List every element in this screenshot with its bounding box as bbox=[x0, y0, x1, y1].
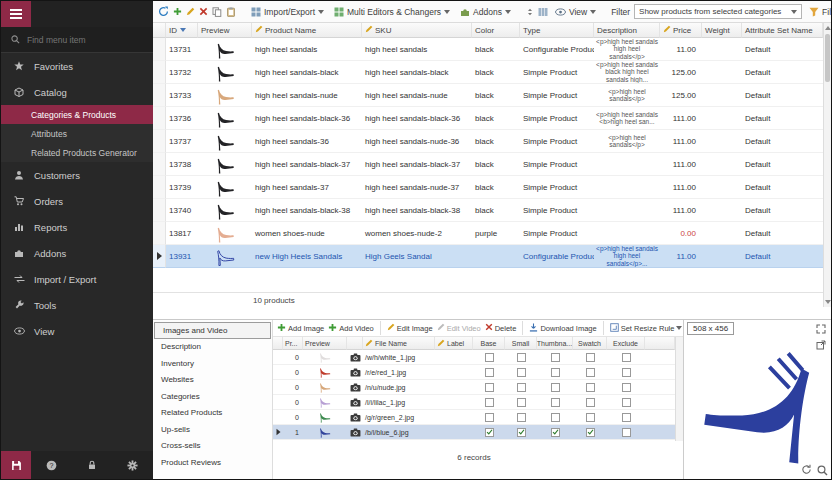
product-row[interactable]: 13738high heel sandals-black-37high heel… bbox=[153, 153, 823, 176]
images-column-header-position[interactable]: Pr... bbox=[283, 337, 303, 350]
paste-button[interactable] bbox=[226, 4, 236, 20]
product-row[interactable]: 13737high heel sandals-36high heel sanda… bbox=[153, 130, 823, 153]
product-row[interactable]: 13739high heel sandals-37high heel sanda… bbox=[153, 176, 823, 199]
swatch-checkbox[interactable] bbox=[586, 398, 595, 407]
base-checkbox[interactable] bbox=[485, 428, 494, 437]
help-button[interactable]: ? bbox=[31, 451, 72, 479]
image-row[interactable]: 0/g/r/green_2.jpg bbox=[273, 410, 675, 425]
small-checkbox[interactable] bbox=[517, 428, 526, 437]
detail-tab-up-sells[interactable]: Up-sells bbox=[153, 421, 272, 438]
column-header-color[interactable]: Color bbox=[472, 23, 520, 38]
base-checkbox[interactable] bbox=[485, 413, 494, 422]
thumbnail-checkbox[interactable] bbox=[551, 428, 560, 437]
edit-product-button[interactable] bbox=[186, 4, 195, 20]
settings-button[interactable] bbox=[112, 451, 153, 479]
add-image-button[interactable]: Add Image bbox=[277, 323, 324, 334]
delete-product-button[interactable] bbox=[199, 4, 208, 20]
small-checkbox[interactable] bbox=[517, 353, 526, 362]
swatch-checkbox[interactable] bbox=[586, 368, 595, 377]
refresh-button[interactable] bbox=[158, 4, 169, 20]
column-header-attribute_set[interactable]: Attribute Set Name bbox=[742, 23, 823, 38]
detail-tab-images-and-video[interactable]: Images and Video bbox=[154, 322, 271, 339]
add-product-button[interactable] bbox=[173, 4, 182, 20]
add-video-button[interactable]: Add Video bbox=[328, 323, 373, 334]
product-row[interactable]: 13740high heel sandals-black-38high heel… bbox=[153, 199, 823, 222]
small-checkbox[interactable] bbox=[517, 413, 526, 422]
set-resize-rule-button[interactable]: Set Resize Rule bbox=[610, 323, 683, 334]
thumbnail-checkbox[interactable] bbox=[551, 413, 560, 422]
images-column-header-base[interactable]: Base bbox=[473, 337, 505, 350]
image-row[interactable]: 0/n/u/nude.jpg bbox=[273, 380, 675, 395]
images-column-header-camera[interactable] bbox=[347, 337, 363, 350]
images-column-header-exclude[interactable]: Exclude bbox=[607, 337, 645, 350]
scroll-down-icon[interactable] bbox=[825, 300, 831, 304]
sidebar-item-attributes[interactable]: Attributes bbox=[1, 124, 153, 143]
column-header-type[interactable]: Type bbox=[520, 23, 594, 38]
column-header-preview[interactable]: Preview bbox=[198, 23, 252, 38]
small-checkbox[interactable] bbox=[517, 368, 526, 377]
images-column-header-thumbnail[interactable]: Thumbna... bbox=[537, 337, 573, 350]
column-header-price[interactable]: Price bbox=[660, 23, 702, 38]
save-button[interactable] bbox=[1, 451, 31, 479]
product-row[interactable]: 13733high heel sandals-nudehigh heel san… bbox=[153, 84, 823, 107]
swatch-checkbox[interactable] bbox=[586, 428, 595, 437]
column-header-description[interactable]: Description bbox=[594, 23, 660, 38]
image-row[interactable]: 0/l/i/lilac_1.jpg bbox=[273, 395, 675, 410]
filters-button[interactable]: Filters bbox=[806, 6, 831, 18]
image-row[interactable]: 1/b/l/blue_6.jpg bbox=[273, 425, 675, 440]
detail-tab-cross-sells[interactable]: Cross-sells bbox=[153, 438, 272, 455]
sidebar-item-reports[interactable]: Reports bbox=[1, 214, 153, 240]
scrollbar-thumb[interactable] bbox=[825, 34, 830, 82]
images-column-header-file[interactable]: File Name bbox=[363, 337, 435, 350]
base-checkbox[interactable] bbox=[485, 398, 494, 407]
base-checkbox[interactable] bbox=[485, 353, 494, 362]
delete-button[interactable]: Delete bbox=[485, 323, 517, 333]
detail-tab-description[interactable]: Description bbox=[153, 339, 272, 356]
exclude-checkbox[interactable] bbox=[622, 353, 631, 362]
product-row[interactable]: 13931new High Heels SandalsHigh Geels Sa… bbox=[153, 245, 823, 268]
swatch-checkbox[interactable] bbox=[586, 353, 595, 362]
detail-tab-related-products[interactable]: Related Products bbox=[153, 405, 272, 422]
product-row[interactable]: 13731high heel sandalshigh heel sandalsb… bbox=[153, 38, 823, 61]
import-export-button[interactable]: Import/Export bbox=[248, 6, 327, 18]
images-column-header-preview[interactable]: Preview bbox=[303, 337, 347, 350]
sidebar-item-import-export[interactable]: Import / Export bbox=[1, 266, 153, 292]
search-input[interactable] bbox=[27, 35, 137, 45]
thumbnail-checkbox[interactable] bbox=[551, 383, 560, 392]
hamburger-menu-button[interactable] bbox=[1, 1, 31, 27]
sidebar-item-favorites[interactable]: Favorites bbox=[1, 53, 153, 79]
column-header-weight[interactable]: Weight bbox=[702, 23, 742, 38]
images-column-header-swatch[interactable]: Swatch bbox=[573, 337, 607, 350]
small-checkbox[interactable] bbox=[517, 398, 526, 407]
exclude-checkbox[interactable] bbox=[622, 383, 631, 392]
exclude-checkbox[interactable] bbox=[622, 413, 631, 422]
exclude-checkbox[interactable] bbox=[622, 368, 631, 377]
download-image-button[interactable]: Download Image bbox=[529, 323, 596, 334]
rotate-button[interactable] bbox=[799, 462, 813, 476]
detail-tab-product-reviews[interactable]: Product Reviews bbox=[153, 454, 272, 471]
images-scrollbar[interactable] bbox=[675, 337, 683, 441]
filter-select[interactable]: Show products from selected categories bbox=[634, 4, 802, 19]
thumbnail-checkbox[interactable] bbox=[551, 353, 560, 362]
view-button[interactable]: View bbox=[552, 6, 599, 18]
detail-tab-categories[interactable]: Categories bbox=[153, 388, 272, 405]
swatch-checkbox[interactable] bbox=[586, 383, 595, 392]
sidebar-item-view[interactable]: View bbox=[1, 318, 153, 344]
column-header-id[interactable]: ID bbox=[166, 23, 198, 38]
sort-button[interactable] bbox=[526, 4, 534, 20]
small-checkbox[interactable] bbox=[517, 383, 526, 392]
edit-image-button[interactable]: Edit Image bbox=[387, 323, 433, 333]
base-checkbox[interactable] bbox=[485, 383, 494, 392]
base-checkbox[interactable] bbox=[485, 368, 494, 377]
exclude-checkbox[interactable] bbox=[622, 428, 631, 437]
sidebar-item-orders[interactable]: Orders bbox=[1, 188, 153, 214]
zoom-button[interactable] bbox=[815, 463, 829, 477]
product-row[interactable]: 13732high heel sandals-blackhigh heel sa… bbox=[153, 61, 823, 84]
lock-button[interactable] bbox=[72, 451, 113, 479]
images-column-header-small[interactable]: Small bbox=[505, 337, 537, 350]
columns-button[interactable] bbox=[538, 4, 548, 20]
scroll-up-icon[interactable] bbox=[825, 26, 831, 30]
swatch-checkbox[interactable] bbox=[586, 413, 595, 422]
copy-button[interactable] bbox=[212, 4, 222, 20]
fullscreen-button[interactable] bbox=[814, 322, 828, 336]
